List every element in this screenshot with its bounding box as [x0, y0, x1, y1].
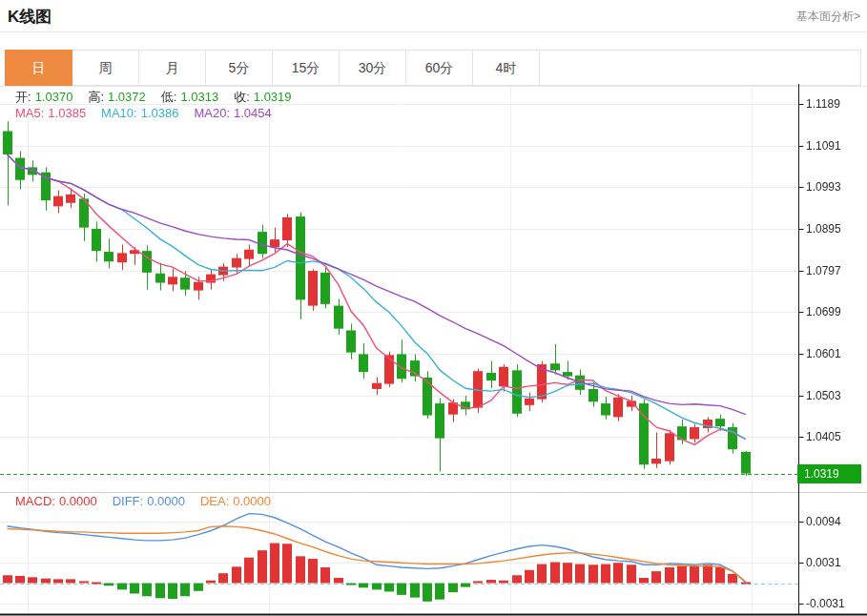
- ohlc-readout: 开:1.0370高:1.0372低:1.0313收:1.0319: [15, 89, 307, 106]
- ohlc-value: 1.0313: [180, 90, 218, 104]
- ohlc-value: 1.0370: [35, 90, 73, 104]
- macd-readout: MACD:0.0000DIFF:0.0000DEA:0.0000: [15, 494, 286, 508]
- ohlc-item: 收:1.0319: [234, 90, 295, 104]
- ma-label: MA5:: [15, 106, 44, 120]
- price-axis-label: 1.0895: [806, 222, 863, 236]
- macd-axis-label: 0.0094: [806, 515, 863, 528]
- ohlc-item: 低:1.0313: [161, 90, 222, 104]
- macd-value: 0.0000: [147, 494, 185, 508]
- price-axis-label: 1.0699: [806, 305, 863, 318]
- ohlc-item: 高:1.0372: [88, 90, 149, 104]
- ma-readout: MA5:1.0385MA10:1.0386MA20:1.0454: [15, 106, 287, 120]
- price-axis-label: 1.1091: [806, 139, 863, 153]
- macd-label: MACD:: [15, 494, 55, 508]
- ma-item: MA20:1.0454: [194, 106, 275, 120]
- ohlc-value: 1.0372: [108, 90, 146, 104]
- price-axis-label: 1.0503: [806, 389, 863, 402]
- macd-value: 0.0000: [59, 494, 97, 508]
- ma-label: MA20:: [194, 106, 230, 120]
- ma-value: 1.0454: [234, 106, 272, 120]
- ma-value: 1.0386: [141, 106, 179, 120]
- ohlc-label: 开:: [15, 90, 31, 104]
- macd-axis-label: 0.0031: [806, 556, 863, 569]
- current-price-badge: 1.0319: [797, 464, 861, 483]
- ma-label: MA10:: [101, 106, 137, 120]
- price-axis-label: 1.0601: [806, 347, 863, 360]
- ma-value: 1.0385: [48, 106, 86, 120]
- ohlc-value: 1.0319: [254, 90, 292, 104]
- ohlc-item: 开:1.0370: [15, 90, 76, 104]
- macd-value: 0.0000: [233, 494, 271, 508]
- macd-item: DIFF:0.0000: [113, 494, 189, 508]
- macd-label: DEA:: [200, 494, 229, 508]
- price-axis-label: 1.0993: [806, 180, 863, 194]
- ohlc-label: 高:: [88, 90, 104, 104]
- kline-app: K线图 基本面分析> 日周月5分15分30分60分4时 开:1.0370高:1.…: [0, 0, 867, 616]
- macd-label: DIFF:: [113, 494, 144, 508]
- price-axis-label: 1.0797: [806, 264, 863, 277]
- price-axis-label: 1.1189: [806, 97, 863, 111]
- macd-item: MACD:0.0000: [15, 494, 101, 508]
- price-axis-label: 1.0405: [806, 430, 863, 443]
- macd-item: DEA:0.0000: [200, 494, 275, 508]
- macd-axis-label: -0.0031: [806, 597, 863, 610]
- ohlc-label: 收:: [234, 90, 250, 104]
- ma-item: MA5:1.0385: [15, 106, 90, 120]
- ohlc-label: 低:: [161, 90, 177, 104]
- ma-item: MA10:1.0386: [101, 106, 182, 120]
